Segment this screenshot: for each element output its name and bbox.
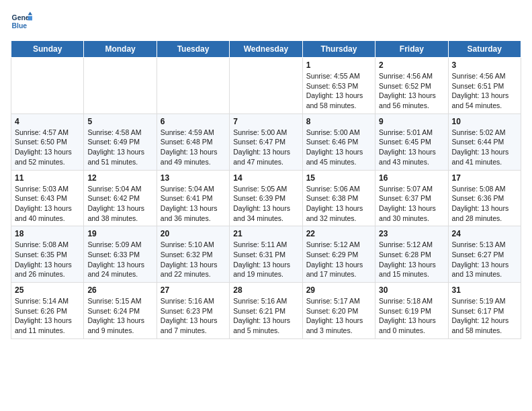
calendar-cell: 27Sunrise: 5:16 AM Sunset: 6:23 PM Dayli… xyxy=(157,283,229,339)
day-number: 23 xyxy=(379,229,444,238)
day-info: Sunrise: 5:00 AM Sunset: 6:46 PM Dayligh… xyxy=(306,128,371,167)
calendar-cell: 22Sunrise: 5:12 AM Sunset: 6:29 PM Dayli… xyxy=(302,226,375,283)
day-info: Sunrise: 5:12 AM Sunset: 6:29 PM Dayligh… xyxy=(306,240,371,279)
day-number: 26 xyxy=(87,285,152,295)
day-info: Sunrise: 5:02 AM Sunset: 6:44 PM Dayligh… xyxy=(452,128,517,167)
calendar-cell: 16Sunrise: 5:07 AM Sunset: 6:37 PM Dayli… xyxy=(375,170,448,226)
day-info: Sunrise: 5:00 AM Sunset: 6:47 PM Dayligh… xyxy=(233,128,298,167)
day-number: 14 xyxy=(233,173,298,183)
day-number: 18 xyxy=(15,229,80,238)
day-info: Sunrise: 4:58 AM Sunset: 6:49 PM Dayligh… xyxy=(87,128,152,167)
calendar-week-row: 4Sunrise: 4:57 AM Sunset: 6:50 PM Daylig… xyxy=(11,113,521,170)
day-number: 8 xyxy=(306,117,371,126)
calendar-cell: 9Sunrise: 5:01 AM Sunset: 6:45 PM Daylig… xyxy=(375,113,448,170)
day-number: 16 xyxy=(379,173,444,183)
day-info: Sunrise: 5:16 AM Sunset: 6:23 PM Dayligh… xyxy=(161,296,226,336)
calendar-cell: 15Sunrise: 5:06 AM Sunset: 6:38 PM Dayli… xyxy=(302,170,375,226)
day-number: 31 xyxy=(452,285,517,295)
day-number: 10 xyxy=(452,117,517,126)
calendar-cell: 6Sunrise: 4:59 AM Sunset: 6:48 PM Daylig… xyxy=(157,113,229,170)
calendar-cell: 2Sunrise: 4:56 AM Sunset: 6:52 PM Daylig… xyxy=(375,58,448,114)
day-info: Sunrise: 4:59 AM Sunset: 6:48 PM Dayligh… xyxy=(161,128,226,167)
calendar-cell: 30Sunrise: 5:18 AM Sunset: 6:19 PM Dayli… xyxy=(375,283,448,339)
calendar-cell: 19Sunrise: 5:09 AM Sunset: 6:33 PM Dayli… xyxy=(84,226,157,283)
weekday-header-tuesday: Tuesday xyxy=(157,41,229,58)
svg-marker-2 xyxy=(28,12,32,15)
calendar-cell: 26Sunrise: 5:15 AM Sunset: 6:24 PM Dayli… xyxy=(84,283,157,339)
calendar-cell: 18Sunrise: 5:08 AM Sunset: 6:35 PM Dayli… xyxy=(11,226,84,283)
calendar-cell: 29Sunrise: 5:17 AM Sunset: 6:20 PM Dayli… xyxy=(302,283,375,339)
calendar-cell xyxy=(11,58,84,114)
day-number: 24 xyxy=(452,229,517,238)
day-number: 9 xyxy=(379,117,444,126)
weekday-header-saturday: Saturday xyxy=(448,41,521,58)
day-number: 15 xyxy=(306,173,371,183)
weekday-header-friday: Friday xyxy=(375,41,448,58)
day-number: 30 xyxy=(379,285,444,295)
calendar-week-row: 25Sunrise: 5:14 AM Sunset: 6:26 PM Dayli… xyxy=(11,283,521,339)
calendar-week-row: 11Sunrise: 5:03 AM Sunset: 6:43 PM Dayli… xyxy=(11,170,521,226)
day-info: Sunrise: 5:01 AM Sunset: 6:45 PM Dayligh… xyxy=(379,128,444,167)
day-info: Sunrise: 4:55 AM Sunset: 6:53 PM Dayligh… xyxy=(306,71,371,111)
calendar-cell xyxy=(157,58,229,114)
calendar-cell: 10Sunrise: 5:02 AM Sunset: 6:44 PM Dayli… xyxy=(448,113,521,170)
day-number: 12 xyxy=(87,173,152,183)
day-info: Sunrise: 5:04 AM Sunset: 6:41 PM Dayligh… xyxy=(161,184,226,224)
day-number: 19 xyxy=(87,229,152,238)
calendar-cell: 21Sunrise: 5:11 AM Sunset: 6:31 PM Dayli… xyxy=(230,226,302,283)
calendar-cell: 24Sunrise: 5:13 AM Sunset: 6:27 PM Dayli… xyxy=(448,226,521,283)
day-info: Sunrise: 5:14 AM Sunset: 6:26 PM Dayligh… xyxy=(15,296,80,336)
calendar-cell: 4Sunrise: 4:57 AM Sunset: 6:50 PM Daylig… xyxy=(11,113,84,170)
day-info: Sunrise: 5:08 AM Sunset: 6:36 PM Dayligh… xyxy=(452,184,517,224)
day-info: Sunrise: 5:08 AM Sunset: 6:35 PM Dayligh… xyxy=(15,240,80,279)
calendar-cell: 25Sunrise: 5:14 AM Sunset: 6:26 PM Dayli… xyxy=(11,283,84,339)
day-info: Sunrise: 4:56 AM Sunset: 6:51 PM Dayligh… xyxy=(452,71,517,111)
day-number: 25 xyxy=(15,285,80,295)
day-info: Sunrise: 5:17 AM Sunset: 6:20 PM Dayligh… xyxy=(306,296,371,336)
calendar-cell: 12Sunrise: 5:04 AM Sunset: 6:42 PM Dayli… xyxy=(84,170,157,226)
day-number: 21 xyxy=(233,229,298,238)
day-number: 28 xyxy=(233,285,298,295)
day-info: Sunrise: 5:18 AM Sunset: 6:19 PM Dayligh… xyxy=(379,296,444,336)
weekday-header-monday: Monday xyxy=(84,41,157,58)
day-number: 6 xyxy=(161,117,226,126)
day-info: Sunrise: 4:56 AM Sunset: 6:52 PM Dayligh… xyxy=(379,71,444,111)
day-number: 27 xyxy=(161,285,226,295)
day-number: 29 xyxy=(306,285,371,295)
calendar-cell: 5Sunrise: 4:58 AM Sunset: 6:49 PM Daylig… xyxy=(84,113,157,170)
day-info: Sunrise: 5:09 AM Sunset: 6:33 PM Dayligh… xyxy=(87,240,152,279)
calendar-cell: 17Sunrise: 5:08 AM Sunset: 6:36 PM Dayli… xyxy=(448,170,521,226)
day-number: 22 xyxy=(306,229,371,238)
day-info: Sunrise: 5:06 AM Sunset: 6:38 PM Dayligh… xyxy=(306,184,371,224)
page-header: General Blue xyxy=(11,11,521,32)
day-info: Sunrise: 5:10 AM Sunset: 6:32 PM Dayligh… xyxy=(161,240,226,279)
day-number: 1 xyxy=(306,60,371,70)
day-info: Sunrise: 5:13 AM Sunset: 6:27 PM Dayligh… xyxy=(452,240,517,279)
day-info: Sunrise: 5:11 AM Sunset: 6:31 PM Dayligh… xyxy=(233,240,298,279)
day-info: Sunrise: 5:16 AM Sunset: 6:21 PM Dayligh… xyxy=(233,296,298,336)
weekday-header-row: SundayMondayTuesdayWednesdayThursdayFrid… xyxy=(11,41,521,58)
day-number: 13 xyxy=(161,173,226,183)
calendar-cell: 31Sunrise: 5:19 AM Sunset: 6:17 PM Dayli… xyxy=(448,283,521,339)
calendar-cell xyxy=(230,58,302,114)
day-number: 4 xyxy=(15,117,80,126)
calendar-cell: 28Sunrise: 5:16 AM Sunset: 6:21 PM Dayli… xyxy=(230,283,302,339)
calendar-cell: 23Sunrise: 5:12 AM Sunset: 6:28 PM Dayli… xyxy=(375,226,448,283)
day-info: Sunrise: 5:07 AM Sunset: 6:37 PM Dayligh… xyxy=(379,184,444,224)
day-info: Sunrise: 5:04 AM Sunset: 6:42 PM Dayligh… xyxy=(87,184,152,224)
day-number: 17 xyxy=(452,173,517,183)
day-info: Sunrise: 5:03 AM Sunset: 6:43 PM Dayligh… xyxy=(15,184,80,224)
logo-icon: General Blue xyxy=(11,11,32,32)
day-number: 5 xyxy=(87,117,152,126)
calendar-cell: 7Sunrise: 5:00 AM Sunset: 6:47 PM Daylig… xyxy=(230,113,302,170)
day-number: 20 xyxy=(161,229,226,238)
calendar-cell: 20Sunrise: 5:10 AM Sunset: 6:32 PM Dayli… xyxy=(157,226,229,283)
day-info: Sunrise: 4:57 AM Sunset: 6:50 PM Dayligh… xyxy=(15,128,80,167)
calendar-cell xyxy=(84,58,157,114)
svg-text:Blue: Blue xyxy=(12,22,28,30)
calendar-cell: 8Sunrise: 5:00 AM Sunset: 6:46 PM Daylig… xyxy=(302,113,375,170)
day-info: Sunrise: 5:12 AM Sunset: 6:28 PM Dayligh… xyxy=(379,240,444,279)
day-number: 2 xyxy=(379,60,444,70)
calendar-cell: 1Sunrise: 4:55 AM Sunset: 6:53 PM Daylig… xyxy=(302,58,375,114)
logo: General Blue xyxy=(11,11,32,32)
